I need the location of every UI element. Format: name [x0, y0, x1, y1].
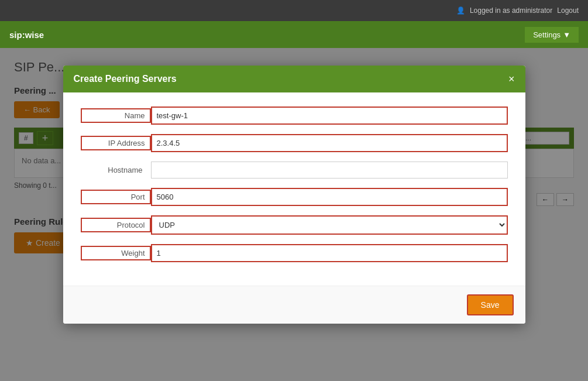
create-peering-servers-modal: Create Peering Servers × Name IP Address… [63, 66, 525, 324]
modal-close-button[interactable]: × [508, 74, 515, 84]
weight-input[interactable] [151, 244, 508, 262]
user-info: 👤 Logged in as administrator Logout [456, 6, 579, 15]
ip-address-label: IP Address [81, 136, 151, 150]
settings-button[interactable]: Settings ▼ [525, 27, 579, 43]
user-icon: 👤 [456, 6, 465, 15]
hostname-label: Hostname [81, 166, 151, 174]
logged-in-text: Logged in as administrator [470, 6, 552, 15]
hostname-input[interactable] [151, 162, 508, 179]
weight-label: Weight [81, 246, 151, 260]
logout-link[interactable]: Logout [557, 6, 579, 15]
nav-logo: sip:wise [9, 30, 44, 40]
name-row: Name [81, 107, 508, 125]
modal-body: Name IP Address Hostname Port [63, 92, 525, 286]
chevron-down-icon: ▼ [563, 30, 570, 39]
hostname-row: Hostname [81, 162, 508, 179]
settings-label: Settings [533, 30, 561, 39]
name-input[interactable] [151, 107, 508, 125]
main-nav: sip:wise Settings ▼ [0, 21, 588, 48]
modal-footer: Save [63, 286, 525, 324]
protocol-row: Protocol UDP TCP TLS [81, 215, 508, 235]
protocol-label: Protocol [81, 218, 151, 232]
modal-title: Create Peering Servers [74, 74, 177, 84]
save-button[interactable]: Save [467, 294, 514, 315]
port-label: Port [81, 190, 151, 204]
port-input[interactable] [151, 188, 508, 206]
port-row: Port [81, 188, 508, 206]
ip-address-row: IP Address [81, 134, 508, 152]
name-label: Name [81, 108, 151, 123]
protocol-select[interactable]: UDP TCP TLS [151, 215, 508, 235]
modal-header: Create Peering Servers × [63, 66, 525, 92]
page-content: SIP Pe... Peering ... ← Back # + No data… [0, 48, 588, 381]
modal-overlay: Create Peering Servers × Name IP Address… [0, 48, 588, 381]
weight-row: Weight [81, 244, 508, 262]
top-bar: 👤 Logged in as administrator Logout [0, 0, 588, 21]
ip-address-input[interactable] [151, 134, 508, 152]
